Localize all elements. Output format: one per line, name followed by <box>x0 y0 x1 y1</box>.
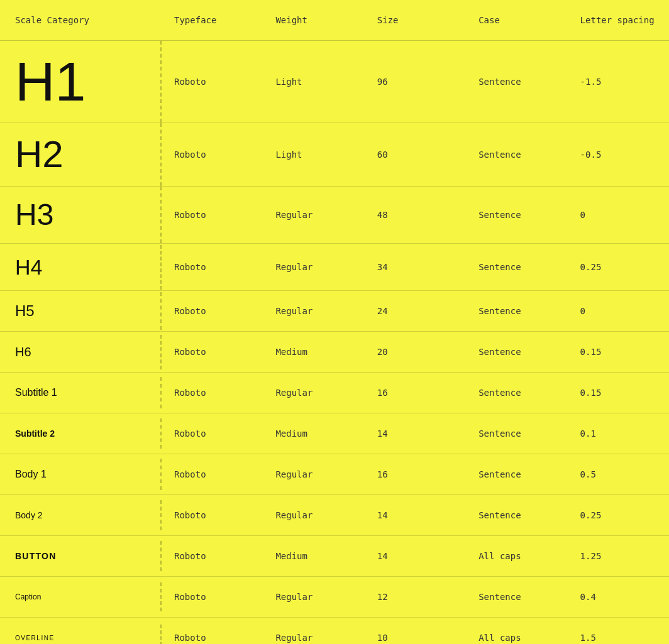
scale-category-cell-subtitle2: Subtitle 2 <box>0 418 162 449</box>
size-cell-body1: 16 <box>365 459 466 489</box>
typeface-cell-body1: Roboto <box>162 459 263 489</box>
weight-cell-h4: Regular <box>263 252 364 282</box>
typeface-cell-caption: Roboto <box>162 582 263 612</box>
weight-cell-h6: Medium <box>263 337 364 367</box>
scale-category-cell-subtitle1: Subtitle 1 <box>0 377 162 408</box>
size-cell-button: 14 <box>365 541 466 571</box>
scale-category-cell-body2: Body 2 <box>0 500 162 530</box>
letter-spacing-cell-overline: 1.5 <box>568 623 669 644</box>
letter-spacing-cell-caption: 0.4 <box>568 582 669 612</box>
scale-category-cell-h4: H4 <box>0 245 162 290</box>
table-row-button: BUTTON Roboto Medium 14 All caps 1.25 <box>0 536 669 577</box>
scale-label-button: BUTTON <box>15 551 57 561</box>
case-cell-caption: Sentence <box>466 582 567 612</box>
size-cell-body2: 14 <box>365 500 466 530</box>
typeface-cell-subtitle2: Roboto <box>162 418 263 449</box>
scale-label-h6: H6 <box>15 345 31 359</box>
case-cell-overline: All caps <box>466 623 567 644</box>
case-cell-h1: Sentence <box>466 67 567 97</box>
size-cell-subtitle2: 14 <box>365 418 466 449</box>
case-cell-body2: Sentence <box>466 500 567 530</box>
case-cell-h2: Sentence <box>466 139 567 170</box>
weight-cell-subtitle1: Regular <box>263 378 364 408</box>
scale-label-caption: Caption <box>15 592 41 601</box>
typeface-cell-h5: Roboto <box>162 296 263 326</box>
case-cell-subtitle1: Sentence <box>466 378 567 408</box>
typeface-cell-body2: Roboto <box>162 500 263 530</box>
table-row-h5: H5 Roboto Regular 24 Sentence 0 <box>0 291 669 332</box>
table-row-caption: Caption Roboto Regular 12 Sentence 0.4 <box>0 577 669 618</box>
scale-label-overline: OVERLINE <box>15 635 55 641</box>
typeface-cell-h1: Roboto <box>162 67 263 97</box>
letter-spacing-cell-body1: 0.5 <box>568 459 669 489</box>
letter-spacing-cell-h4: 0.25 <box>568 252 669 282</box>
case-cell-h4: Sentence <box>466 252 567 282</box>
typeface-cell-h6: Roboto <box>162 337 263 367</box>
size-cell-h5: 24 <box>365 296 466 326</box>
letter-spacing-cell-h2: -0.5 <box>568 139 669 170</box>
table-row-subtitle1: Subtitle 1 Roboto Regular 16 Sentence 0.… <box>0 373 669 413</box>
typeface-cell-h2: Roboto <box>162 139 263 170</box>
scale-label-h2: H2 <box>15 136 64 173</box>
size-cell-h4: 34 <box>365 252 466 282</box>
table-row-h1: H1 Roboto Light 96 Sentence -1.5 <box>0 41 669 123</box>
scale-label-h5: H5 <box>15 302 35 320</box>
typeface-cell-h3: Roboto <box>162 200 263 230</box>
weight-cell-body2: Regular <box>263 500 364 530</box>
table-row-h6: H6 Roboto Medium 20 Sentence 0.15 <box>0 332 669 373</box>
letter-spacing-cell-subtitle2: 0.1 <box>568 418 669 449</box>
scale-category-cell-overline: OVERLINE <box>0 625 162 645</box>
scale-category-cell-button: BUTTON <box>0 541 162 571</box>
letter-spacing-cell-button: 1.25 <box>568 541 669 571</box>
typeface-cell-h4: Roboto <box>162 252 263 282</box>
case-cell-h6: Sentence <box>466 337 567 367</box>
letter-spacing-cell-body2: 0.25 <box>568 500 669 530</box>
typeface-cell-overline: Roboto <box>162 623 263 644</box>
letter-spacing-cell-h1: -1.5 <box>568 67 669 97</box>
scale-label-h3: H3 <box>15 200 53 230</box>
weight-cell-subtitle2: Medium <box>263 418 364 449</box>
case-cell-h5: Sentence <box>466 296 567 326</box>
scale-label-body2: Body 2 <box>15 510 43 520</box>
scale-label-body1: Body 1 <box>15 469 47 480</box>
weight-cell-body1: Regular <box>263 459 364 489</box>
letter-spacing-cell-h6: 0.15 <box>568 337 669 367</box>
scale-label-subtitle1: Subtitle 1 <box>15 387 57 398</box>
case-cell-body1: Sentence <box>466 459 567 489</box>
header-weight: Weight <box>263 0 364 40</box>
scale-label-h4: H4 <box>15 255 42 280</box>
scale-category-cell-h3: H3 <box>0 187 162 243</box>
table-row-body2: Body 2 Roboto Regular 14 Sentence 0.25 <box>0 495 669 536</box>
header-letter-spacing: Letter spacing <box>568 0 669 40</box>
header-scale-category: Scale Category <box>0 0 162 40</box>
table-body: H1 Roboto Light 96 Sentence -1.5 H2 Robo… <box>0 41 669 644</box>
typeface-cell-subtitle1: Roboto <box>162 378 263 408</box>
table-row-overline: OVERLINE Roboto Regular 10 All caps 1.5 <box>0 618 669 644</box>
letter-spacing-cell-subtitle1: 0.15 <box>568 378 669 408</box>
size-cell-overline: 10 <box>365 623 466 644</box>
scale-category-cell-h6: H6 <box>0 335 162 369</box>
weight-cell-button: Medium <box>263 541 364 571</box>
weight-cell-h1: Light <box>263 67 364 97</box>
table-row-subtitle2: Subtitle 2 Roboto Medium 14 Sentence 0.1 <box>0 413 669 454</box>
letter-spacing-cell-h5: 0 <box>568 296 669 326</box>
case-cell-h3: Sentence <box>466 200 567 230</box>
scale-label-subtitle2: Subtitle 2 <box>15 428 55 439</box>
size-cell-subtitle1: 16 <box>365 378 466 408</box>
table-row-h4: H4 Roboto Regular 34 Sentence 0.25 <box>0 244 669 291</box>
header-size: Size <box>365 0 466 40</box>
scale-category-cell-body1: Body 1 <box>0 459 162 490</box>
table-row-body1: Body 1 Roboto Regular 16 Sentence 0.5 <box>0 454 669 495</box>
letter-spacing-cell-h3: 0 <box>568 200 669 230</box>
weight-cell-h2: Light <box>263 139 364 170</box>
weight-cell-h5: Regular <box>263 296 364 326</box>
table-header: Scale Category Typeface Weight Size Case… <box>0 0 669 41</box>
size-cell-h3: 48 <box>365 200 466 230</box>
typography-table: Scale Category Typeface Weight Size Case… <box>0 0 669 644</box>
case-cell-button: All caps <box>466 541 567 571</box>
header-typeface: Typeface <box>162 0 263 40</box>
table-row-h3: H3 Roboto Regular 48 Sentence 0 <box>0 187 669 244</box>
weight-cell-caption: Regular <box>263 582 364 612</box>
size-cell-h2: 60 <box>365 139 466 170</box>
typeface-cell-button: Roboto <box>162 541 263 571</box>
